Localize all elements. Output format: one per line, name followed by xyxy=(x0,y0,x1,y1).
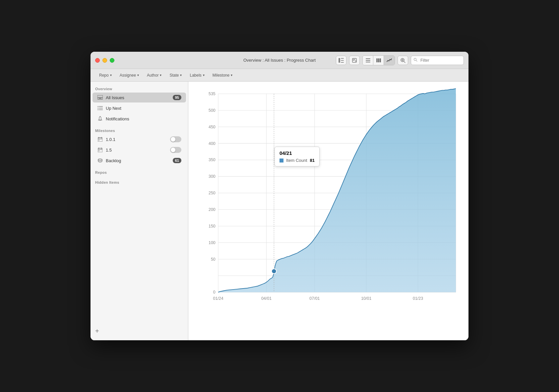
svg-rect-9 xyxy=(378,58,379,62)
chart-view-button[interactable] xyxy=(384,56,395,65)
sidebar-item-up-next[interactable]: Up Next xyxy=(93,103,186,113)
svg-text:535: 535 xyxy=(209,92,216,96)
svg-text:50: 50 xyxy=(211,257,216,262)
calendar-icon xyxy=(97,136,103,142)
svg-rect-31 xyxy=(98,140,99,141)
backlog-label: Backlog xyxy=(106,158,170,163)
svg-text:250: 250 xyxy=(209,191,216,195)
filter-labels-button[interactable]: Labels ▾ xyxy=(186,72,208,79)
svg-point-37 xyxy=(98,159,102,160)
svg-rect-6 xyxy=(366,60,370,61)
list-icon xyxy=(97,105,103,111)
inbox-icon xyxy=(97,95,103,100)
chevron-down-icon: ▾ xyxy=(137,73,139,77)
hidden-items-section-label: Hidden Items xyxy=(91,178,188,186)
svg-text:300: 300 xyxy=(209,174,216,179)
view-toggle-group xyxy=(362,55,395,65)
svg-text:100: 100 xyxy=(209,240,216,245)
chevron-down-icon: ▾ xyxy=(160,73,161,77)
backlog-badge: 61 xyxy=(173,158,181,163)
traffic-lights xyxy=(95,58,114,63)
titlebar-controls xyxy=(336,55,464,65)
list-view-button[interactable] xyxy=(363,56,373,65)
new-tab-button[interactable] xyxy=(349,56,360,65)
svg-rect-1 xyxy=(341,58,344,59)
zoom-button[interactable] xyxy=(398,56,408,65)
milestone-1-5-toggle[interactable] xyxy=(170,147,181,153)
sidebar-toggle-button[interactable] xyxy=(336,56,346,65)
svg-line-12 xyxy=(404,61,405,63)
chevron-down-icon: ▾ xyxy=(203,73,205,77)
svg-rect-5 xyxy=(366,58,370,59)
chart-container: 535 500 450 400 350 300 250 200 150 100 … xyxy=(195,87,462,335)
notifications-label: Notifications xyxy=(106,116,181,121)
svg-text:350: 350 xyxy=(209,158,216,162)
sidebar-item-all-issues[interactable]: All Issues 95 xyxy=(93,93,186,102)
chart-data-point xyxy=(272,269,277,274)
overview-section-label: Overview xyxy=(91,85,188,92)
filterbar: Repo ▾ Assignee ▾ Author ▾ State ▾ Label… xyxy=(91,69,468,82)
chevron-down-icon: ▾ xyxy=(231,73,232,77)
add-button[interactable]: + xyxy=(95,328,183,334)
milestones-section-label: Milestones xyxy=(91,127,188,134)
window-title: Overview : All Issues : Progress Chart xyxy=(243,58,316,63)
calendar-icon xyxy=(97,147,103,153)
all-issues-label: All Issues xyxy=(106,95,170,100)
search-wrapper xyxy=(411,56,464,65)
svg-text:200: 200 xyxy=(209,207,216,212)
svg-rect-0 xyxy=(339,58,340,63)
milestone-1-5-label: 1.5 xyxy=(106,148,167,153)
sidebar-bottom: + xyxy=(91,325,188,337)
sidebar-item-backlog[interactable]: Backlog 61 xyxy=(93,156,186,165)
svg-rect-27 xyxy=(98,138,102,142)
svg-text:400: 400 xyxy=(209,141,216,146)
svg-text:450: 450 xyxy=(209,125,216,129)
svg-text:01/23: 01/23 xyxy=(413,296,423,301)
all-issues-badge: 95 xyxy=(173,95,181,100)
svg-rect-32 xyxy=(98,148,102,152)
sidebar: Overview All Issues 95 xyxy=(91,82,188,340)
chart-area: 535 500 450 400 350 300 250 200 150 100 … xyxy=(188,82,468,340)
minimize-button[interactable] xyxy=(102,58,107,63)
search-icon xyxy=(413,58,417,63)
svg-text:07/01: 07/01 xyxy=(309,296,320,301)
filter-state-button[interactable]: State ▾ xyxy=(166,72,185,79)
up-next-label: Up Next xyxy=(106,106,181,111)
chevron-down-icon: ▾ xyxy=(180,73,182,77)
titlebar: Overview : All Issues : Progress Chart xyxy=(91,52,468,69)
svg-rect-7 xyxy=(366,62,370,62)
filter-milestone-button[interactable]: Milestone ▾ xyxy=(209,72,236,79)
svg-text:150: 150 xyxy=(209,224,216,229)
sidebar-item-milestone-1-5[interactable]: 1.5 xyxy=(93,145,186,155)
maximize-button[interactable] xyxy=(110,58,114,63)
svg-text:04/01: 04/01 xyxy=(261,296,272,301)
filter-assignee-button[interactable]: Assignee ▾ xyxy=(116,72,142,79)
svg-rect-3 xyxy=(341,62,344,63)
svg-text:500: 500 xyxy=(209,108,216,113)
svg-rect-8 xyxy=(376,58,378,62)
bell-icon xyxy=(97,116,103,122)
progress-chart-svg: 535 500 450 400 350 300 250 200 150 100 … xyxy=(195,87,462,335)
sidebar-item-milestone-1-0-1[interactable]: 1.0.1 xyxy=(93,134,186,144)
stack-icon xyxy=(97,158,103,163)
svg-line-16 xyxy=(416,60,417,61)
svg-text:10/01: 10/01 xyxy=(361,296,371,301)
svg-rect-2 xyxy=(341,60,344,61)
repos-section-label: Repos xyxy=(91,168,188,176)
column-view-button[interactable] xyxy=(373,56,384,65)
svg-text:01/24: 01/24 xyxy=(213,296,223,301)
chevron-down-icon: ▾ xyxy=(110,73,112,77)
filter-repo-button[interactable]: Repo ▾ xyxy=(96,72,115,79)
milestone-1-0-1-label: 1.0.1 xyxy=(106,137,167,142)
main-content: Overview All Issues 95 xyxy=(91,82,468,340)
filter-input[interactable] xyxy=(411,56,464,65)
svg-point-15 xyxy=(414,58,416,61)
milestone-1-0-1-toggle[interactable] xyxy=(170,136,181,142)
close-button[interactable] xyxy=(95,58,100,63)
app-window: Overview : All Issues : Progress Chart xyxy=(91,52,468,340)
svg-rect-10 xyxy=(380,58,381,62)
sidebar-item-notifications[interactable]: Notifications xyxy=(93,114,186,124)
svg-rect-36 xyxy=(98,150,99,151)
svg-text:0: 0 xyxy=(213,290,216,294)
filter-author-button[interactable]: Author ▾ xyxy=(144,72,165,79)
